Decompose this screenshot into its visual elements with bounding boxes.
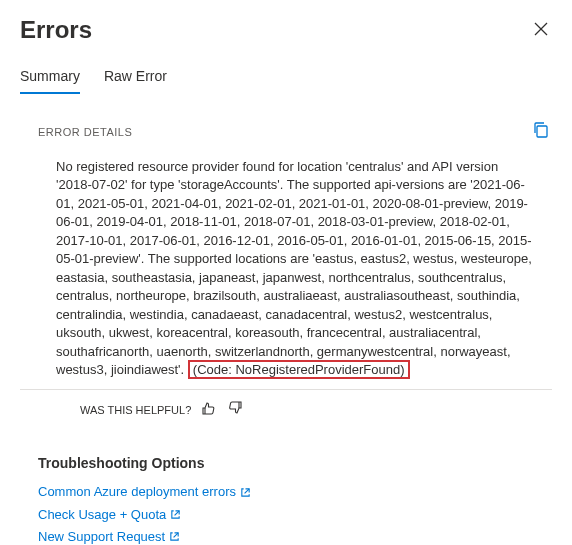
thumbs-down-button[interactable] bbox=[227, 400, 243, 419]
details-header: ERROR DETAILS bbox=[20, 119, 552, 144]
link-check-quota[interactable]: Check Usage + Quota bbox=[38, 504, 552, 526]
link-label: Check Usage + Quota bbox=[38, 504, 166, 526]
panel-title: Errors bbox=[20, 16, 92, 44]
header-row: Errors bbox=[20, 16, 552, 44]
error-message-text: No registered resource provider found fo… bbox=[56, 159, 532, 377]
tabs: Summary Raw Error bbox=[20, 62, 552, 95]
link-label: Common Azure deployment errors bbox=[38, 481, 236, 503]
link-common-errors[interactable]: Common Azure deployment errors bbox=[38, 481, 552, 503]
link-support-request[interactable]: New Support Request bbox=[38, 526, 552, 545]
error-message-body: No registered resource provider found fo… bbox=[20, 158, 552, 390]
svg-rect-2 bbox=[537, 126, 547, 137]
external-link-icon bbox=[169, 531, 180, 542]
tab-summary[interactable]: Summary bbox=[20, 62, 80, 94]
link-label: New Support Request bbox=[38, 526, 165, 545]
troubleshooting-section: Troubleshooting Options Common Azure dep… bbox=[20, 455, 552, 545]
errors-panel: Errors Summary Raw Error ERROR DETAILS N… bbox=[0, 0, 572, 545]
error-code-highlight: (Code: NoRegisteredProviderFound) bbox=[188, 360, 410, 379]
external-link-icon bbox=[170, 509, 181, 520]
close-icon bbox=[534, 22, 548, 36]
thumbs-down-icon bbox=[227, 400, 243, 416]
error-details-label: ERROR DETAILS bbox=[38, 126, 132, 138]
copy-button[interactable] bbox=[530, 119, 552, 144]
tab-raw-error[interactable]: Raw Error bbox=[104, 62, 167, 94]
thumbs-up-button[interactable] bbox=[201, 400, 217, 419]
helpful-label: WAS THIS HELPFUL? bbox=[80, 404, 191, 416]
helpful-row: WAS THIS HELPFUL? bbox=[20, 400, 552, 419]
troubleshooting-heading: Troubleshooting Options bbox=[38, 455, 552, 471]
close-button[interactable] bbox=[530, 18, 552, 43]
external-link-icon bbox=[240, 487, 251, 498]
thumbs-up-icon bbox=[201, 400, 217, 416]
copy-icon bbox=[532, 121, 550, 139]
